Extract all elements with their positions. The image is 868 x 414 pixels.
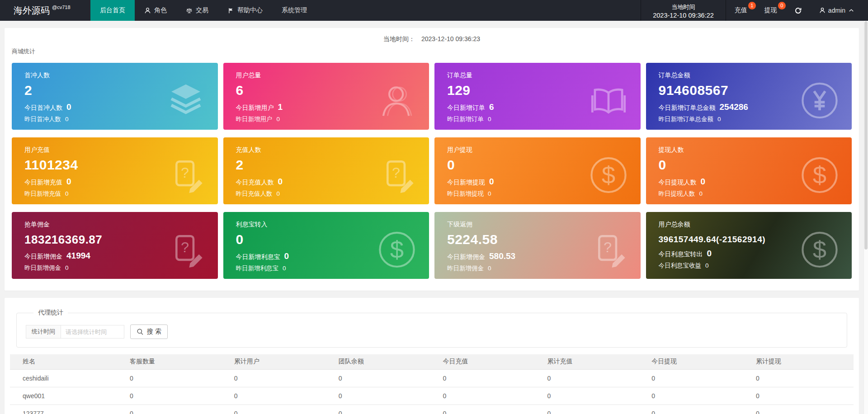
stat-card-today-value: 0	[66, 102, 71, 112]
agent-stats-fieldset: 代理统计 统计时间 搜 索	[16, 309, 847, 348]
content-local-time-label: 当地时间：	[383, 35, 415, 42]
page-scrollbar[interactable]	[863, 21, 868, 414]
table-cell: 0	[332, 369, 436, 387]
menu-item-角色[interactable]: 角色	[135, 0, 176, 21]
table-cell: 0	[749, 369, 854, 387]
table-cell: 0	[123, 369, 227, 387]
svg-text:?: ?	[181, 165, 189, 181]
stat-card-title: 利息宝转入	[236, 221, 417, 229]
withdraw-link[interactable]: 提现 0	[756, 0, 786, 21]
stat-time-input[interactable]	[61, 325, 124, 339]
stat-card-today-value: 0	[707, 249, 712, 259]
doc-icon: ?	[165, 154, 207, 196]
stat-card-yesterday-label: 昨日新增订单	[447, 115, 484, 123]
stat-card-title: 订单总金额	[659, 71, 840, 80]
svg-text:?: ?	[181, 239, 189, 255]
table-cell: 0	[436, 387, 541, 405]
filter-row: 统计时间 搜 索	[26, 325, 838, 339]
content-local-time: 当地时间：2023-12-10 09:36:23	[12, 34, 852, 43]
recharge-link[interactable]: 充值 1	[726, 0, 756, 21]
stat-card-title: 订单总量	[447, 71, 628, 80]
stat-card-yesterday-label: 昨日新增订单总金额	[659, 115, 714, 123]
column-header: 累计充值	[540, 354, 645, 369]
stat-card: 下级返佣 5224.58 今日新增佣金580.53 昨日新增佣金0 ?	[434, 212, 641, 279]
table-cell: ceshidaili	[10, 369, 123, 387]
menu-item-系统管理[interactable]: 系统管理	[272, 0, 316, 21]
stat-card: 利息宝转入 0 今日新增利息宝0 昨日新增利息宝0 $	[223, 212, 429, 279]
stat-card-title: 首冲人数	[24, 71, 205, 80]
stat-card-yesterday-label: 昨日首冲人数	[24, 115, 61, 123]
table-cell: 0	[540, 387, 645, 405]
search-button[interactable]: 搜 索	[130, 325, 168, 339]
stat-card-today-value: 0	[278, 177, 283, 187]
stat-card-yesterday-label: 昨日新增利息宝	[236, 264, 279, 273]
content-local-time-value: 2023-12-10 09:36:23	[421, 35, 480, 42]
svg-text:?: ?	[392, 165, 400, 181]
column-header: 客服数量	[123, 354, 227, 369]
table-cell: 0	[123, 405, 227, 414]
stat-card-yesterday-label: 昨日新增佣金	[447, 264, 484, 273]
table-cell: 0	[227, 369, 332, 387]
stat-card-today-label: 今日新增利息宝	[236, 253, 280, 261]
stat-card-title: 用户总量	[236, 71, 417, 80]
stat-card-yesterday-value: 0	[277, 116, 280, 122]
chevron-up-icon	[848, 7, 854, 14]
stat-card-yesterday-label: 今日利息宝收益	[659, 262, 702, 270]
stat-card-yesterday-value: 0	[488, 116, 491, 122]
stat-card-today-value: 1	[278, 102, 283, 112]
agent-panel: 代理统计 统计时间 搜 索 姓名客服数量累计用户团队余额今日充值累计充值今日提现…	[5, 298, 859, 414]
stat-card-title: 用户总余额	[659, 221, 840, 229]
table-cell: qwe001	[10, 387, 123, 405]
brand-logo[interactable]: 海外源码 @cv718	[0, 0, 90, 21]
yen-icon	[798, 79, 841, 122]
stat-card: 订单总量 129 今日新增订单6 昨日新增订单0	[434, 63, 641, 130]
stat-card: 用户提现 0 今日新增提现0 昨日新增提现0 $	[434, 137, 641, 204]
stat-card: 充值人数 2 今日充值人数0 昨日充值人数0 ?	[223, 137, 429, 204]
dollar-icon: $	[798, 154, 841, 196]
stat-time-label: 统计时间	[26, 325, 61, 339]
stat-card-yesterday-value: 0	[699, 190, 703, 197]
stat-card-today-label: 今日新增充值	[24, 179, 62, 187]
username: admin	[828, 7, 845, 14]
column-header: 今日充值	[436, 354, 541, 369]
menu-item-后台首页[interactable]: 后台首页	[90, 0, 135, 21]
navbar-right: 当地时间 2023-12-10 09:36:22 充值 1 提现 0 admin	[641, 0, 868, 21]
table-cell: 0	[540, 405, 645, 414]
table-cell: 0	[645, 369, 749, 387]
stat-card-title: 用户提现	[447, 146, 628, 154]
stat-card: 用户充值 1101234 今日新增充值0 昨日新增充值0 ?	[12, 137, 218, 204]
stat-card-yesterday-value: 0	[277, 190, 280, 197]
refresh-button[interactable]	[786, 0, 811, 21]
table-cell: 0	[436, 405, 541, 414]
stat-card: 用户总余额 396157449.64(-21562914) 今日利息宝转出0 今…	[646, 212, 852, 279]
table-cell: 0	[123, 387, 227, 405]
withdraw-label: 提现	[764, 6, 777, 14]
stat-card-today-label: 今日新增用户	[236, 104, 274, 112]
stat-card-today-label: 今日新增佣金	[447, 253, 485, 261]
flag-icon	[227, 7, 234, 14]
stat-card-yesterday-value: 0	[488, 190, 491, 197]
stat-card-yesterday-value: 0	[283, 265, 286, 272]
stat-card-today-label: 今日首冲人数	[24, 104, 62, 112]
stat-card-today-label: 今日新增提现	[447, 179, 485, 187]
stat-card-yesterday-value: 0	[65, 264, 69, 271]
layers-icon	[165, 79, 207, 122]
svg-text:$: $	[390, 236, 404, 263]
column-header: 今日提现	[645, 354, 749, 369]
stat-card-title: 充值人数	[236, 146, 417, 154]
local-time-label: 当地时间	[653, 3, 714, 11]
doc-icon: ?	[165, 228, 207, 271]
menu-item-交易[interactable]: 交易	[176, 0, 218, 21]
stat-card-today-value: 6	[489, 102, 494, 112]
svg-text:$: $	[813, 236, 826, 263]
scrollbar-thumb[interactable]	[864, 21, 868, 249]
menu-item-帮助中心[interactable]: 帮助中心	[218, 0, 272, 21]
table-cell: 0	[645, 405, 749, 414]
stat-card: 抢单佣金 183216369.87 今日新增佣金41994 昨日新增佣金0 ?	[12, 212, 218, 279]
stat-card-yesterday-label: 昨日新增用户	[236, 115, 273, 123]
stat-card-yesterday-value: 0	[65, 116, 69, 122]
stat-card-today-value: 41994	[66, 251, 90, 261]
stat-card-today-label: 今日利息宝转出	[659, 250, 703, 259]
user-menu[interactable]: admin	[811, 0, 868, 21]
section-title-mall-stats: 商城统计	[12, 47, 852, 56]
